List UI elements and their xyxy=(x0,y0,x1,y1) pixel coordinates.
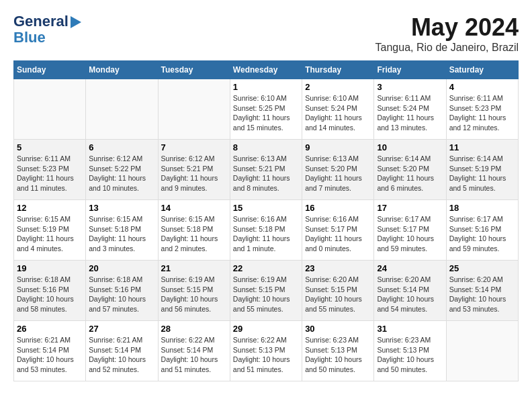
calendar-cell: 5Sunrise: 6:11 AM Sunset: 5:23 PM Daylig… xyxy=(14,140,86,200)
day-number: 29 xyxy=(233,324,299,334)
calendar-cell: 1Sunrise: 6:10 AM Sunset: 5:25 PM Daylig… xyxy=(230,79,302,140)
day-number: 4 xyxy=(449,82,515,92)
day-number: 7 xyxy=(161,142,227,152)
day-info: Sunrise: 6:16 AM Sunset: 5:18 PM Dayligh… xyxy=(233,214,299,254)
day-info: Sunrise: 6:21 AM Sunset: 5:14 PM Dayligh… xyxy=(17,335,83,375)
logo-general: General xyxy=(13,13,69,30)
calendar-cell: 3Sunrise: 6:11 AM Sunset: 5:24 PM Daylig… xyxy=(374,79,446,140)
calendar-cell: 12Sunrise: 6:15 AM Sunset: 5:19 PM Dayli… xyxy=(14,200,86,261)
logo: General Blue xyxy=(13,13,81,46)
calendar-cell: 2Sunrise: 6:10 AM Sunset: 5:24 PM Daylig… xyxy=(302,79,374,140)
day-number: 18 xyxy=(449,203,515,213)
month-title: May 2024 xyxy=(375,13,519,42)
calendar-cell: 30Sunrise: 6:23 AM Sunset: 5:13 PM Dayli… xyxy=(302,321,374,381)
day-number: 25 xyxy=(449,263,515,273)
day-number: 13 xyxy=(89,203,154,213)
day-info: Sunrise: 6:11 AM Sunset: 5:23 PM Dayligh… xyxy=(17,154,83,193)
calendar-week-row: 5Sunrise: 6:11 AM Sunset: 5:23 PM Daylig… xyxy=(14,140,519,200)
calendar-cell: 29Sunrise: 6:22 AM Sunset: 5:13 PM Dayli… xyxy=(230,321,302,381)
calendar-cell: 14Sunrise: 6:15 AM Sunset: 5:18 PM Dayli… xyxy=(158,200,230,261)
day-number: 12 xyxy=(17,203,83,213)
calendar-cell: 13Sunrise: 6:15 AM Sunset: 5:18 PM Dayli… xyxy=(86,200,158,261)
logo-blue: Blue xyxy=(13,30,46,46)
calendar-cell: 25Sunrise: 6:20 AM Sunset: 5:14 PM Dayli… xyxy=(446,261,518,321)
day-number: 1 xyxy=(233,82,299,92)
day-info: Sunrise: 6:20 AM Sunset: 5:14 PM Dayligh… xyxy=(377,275,443,314)
day-info: Sunrise: 6:21 AM Sunset: 5:14 PM Dayligh… xyxy=(89,335,154,375)
calendar-cell: 22Sunrise: 6:19 AM Sunset: 5:15 PM Dayli… xyxy=(230,261,302,321)
day-number: 21 xyxy=(161,263,227,273)
header-saturday: Saturday xyxy=(446,61,518,79)
day-info: Sunrise: 6:23 AM Sunset: 5:13 PM Dayligh… xyxy=(377,335,443,375)
calendar-cell: 21Sunrise: 6:19 AM Sunset: 5:15 PM Dayli… xyxy=(158,261,230,321)
calendar-cell: 11Sunrise: 6:14 AM Sunset: 5:19 PM Dayli… xyxy=(446,140,518,200)
calendar-week-row: 12Sunrise: 6:15 AM Sunset: 5:19 PM Dayli… xyxy=(14,200,519,261)
day-info: Sunrise: 6:12 AM Sunset: 5:22 PM Dayligh… xyxy=(89,154,154,193)
day-info: Sunrise: 6:18 AM Sunset: 5:16 PM Dayligh… xyxy=(17,275,83,314)
day-info: Sunrise: 6:19 AM Sunset: 5:15 PM Dayligh… xyxy=(161,275,227,314)
page-header: General Blue May 2024 Tangua, Rio de Jan… xyxy=(13,13,519,54)
day-info: Sunrise: 6:20 AM Sunset: 5:14 PM Dayligh… xyxy=(449,275,515,314)
calendar-week-row: 19Sunrise: 6:18 AM Sunset: 5:16 PM Dayli… xyxy=(14,261,519,321)
calendar-cell: 26Sunrise: 6:21 AM Sunset: 5:14 PM Dayli… xyxy=(14,321,86,381)
day-info: Sunrise: 6:11 AM Sunset: 5:23 PM Dayligh… xyxy=(449,93,515,133)
location: Tangua, Rio de Janeiro, Brazil xyxy=(375,42,519,54)
day-info: Sunrise: 6:10 AM Sunset: 5:25 PM Dayligh… xyxy=(233,93,299,133)
calendar-cell xyxy=(14,79,86,140)
day-number: 14 xyxy=(161,203,227,213)
day-info: Sunrise: 6:17 AM Sunset: 5:16 PM Dayligh… xyxy=(449,214,515,254)
day-number: 15 xyxy=(233,203,299,213)
calendar-cell: 18Sunrise: 6:17 AM Sunset: 5:16 PM Dayli… xyxy=(446,200,518,261)
day-number: 23 xyxy=(305,263,371,273)
calendar-table: SundayMondayTuesdayWednesdayThursdayFrid… xyxy=(13,60,519,381)
day-number: 28 xyxy=(161,324,227,334)
header-thursday: Thursday xyxy=(302,61,374,79)
calendar-cell: 31Sunrise: 6:23 AM Sunset: 5:13 PM Dayli… xyxy=(374,321,446,381)
day-number: 19 xyxy=(17,263,83,273)
header-monday: Monday xyxy=(86,61,158,79)
day-info: Sunrise: 6:10 AM Sunset: 5:24 PM Dayligh… xyxy=(305,93,371,133)
calendar-cell xyxy=(86,79,158,140)
calendar-cell: 23Sunrise: 6:20 AM Sunset: 5:15 PM Dayli… xyxy=(302,261,374,321)
calendar-cell xyxy=(158,79,230,140)
day-number: 24 xyxy=(377,263,443,273)
calendar-cell: 19Sunrise: 6:18 AM Sunset: 5:16 PM Dayli… xyxy=(14,261,86,321)
day-info: Sunrise: 6:13 AM Sunset: 5:21 PM Dayligh… xyxy=(233,154,299,193)
day-number: 2 xyxy=(305,82,371,92)
calendar-cell: 27Sunrise: 6:21 AM Sunset: 5:14 PM Dayli… xyxy=(86,321,158,381)
calendar-cell: 28Sunrise: 6:22 AM Sunset: 5:14 PM Dayli… xyxy=(158,321,230,381)
day-number: 11 xyxy=(449,142,515,152)
day-info: Sunrise: 6:22 AM Sunset: 5:14 PM Dayligh… xyxy=(161,335,227,375)
day-number: 3 xyxy=(377,82,443,92)
calendar-cell: 15Sunrise: 6:16 AM Sunset: 5:18 PM Dayli… xyxy=(230,200,302,261)
calendar-cell: 4Sunrise: 6:11 AM Sunset: 5:23 PM Daylig… xyxy=(446,79,518,140)
day-info: Sunrise: 6:18 AM Sunset: 5:16 PM Dayligh… xyxy=(89,275,154,314)
calendar-cell: 20Sunrise: 6:18 AM Sunset: 5:16 PM Dayli… xyxy=(86,261,158,321)
header-friday: Friday xyxy=(374,61,446,79)
calendar-cell: 16Sunrise: 6:16 AM Sunset: 5:17 PM Dayli… xyxy=(302,200,374,261)
calendar-cell: 6Sunrise: 6:12 AM Sunset: 5:22 PM Daylig… xyxy=(86,140,158,200)
calendar-cell: 24Sunrise: 6:20 AM Sunset: 5:14 PM Dayli… xyxy=(374,261,446,321)
day-info: Sunrise: 6:15 AM Sunset: 5:19 PM Dayligh… xyxy=(17,214,83,254)
day-number: 10 xyxy=(377,142,443,152)
day-number: 6 xyxy=(89,142,154,152)
day-number: 17 xyxy=(377,203,443,213)
day-number: 22 xyxy=(233,263,299,273)
day-number: 20 xyxy=(89,263,154,273)
calendar-cell: 8Sunrise: 6:13 AM Sunset: 5:21 PM Daylig… xyxy=(230,140,302,200)
calendar-week-row: 1Sunrise: 6:10 AM Sunset: 5:25 PM Daylig… xyxy=(14,79,519,140)
day-info: Sunrise: 6:20 AM Sunset: 5:15 PM Dayligh… xyxy=(305,275,371,314)
header-sunday: Sunday xyxy=(14,61,86,79)
day-info: Sunrise: 6:17 AM Sunset: 5:17 PM Dayligh… xyxy=(377,214,443,254)
day-number: 16 xyxy=(305,203,371,213)
calendar-week-row: 26Sunrise: 6:21 AM Sunset: 5:14 PM Dayli… xyxy=(14,321,519,381)
calendar-header-row: SundayMondayTuesdayWednesdayThursdayFrid… xyxy=(14,61,519,79)
day-number: 8 xyxy=(233,142,299,152)
day-info: Sunrise: 6:14 AM Sunset: 5:20 PM Dayligh… xyxy=(377,154,443,193)
day-number: 26 xyxy=(17,324,83,334)
day-info: Sunrise: 6:22 AM Sunset: 5:13 PM Dayligh… xyxy=(233,335,299,375)
day-info: Sunrise: 6:12 AM Sunset: 5:21 PM Dayligh… xyxy=(161,154,227,193)
calendar-cell xyxy=(446,321,518,381)
title-section: May 2024 Tangua, Rio de Janeiro, Brazil xyxy=(375,13,519,54)
day-info: Sunrise: 6:19 AM Sunset: 5:15 PM Dayligh… xyxy=(233,275,299,314)
